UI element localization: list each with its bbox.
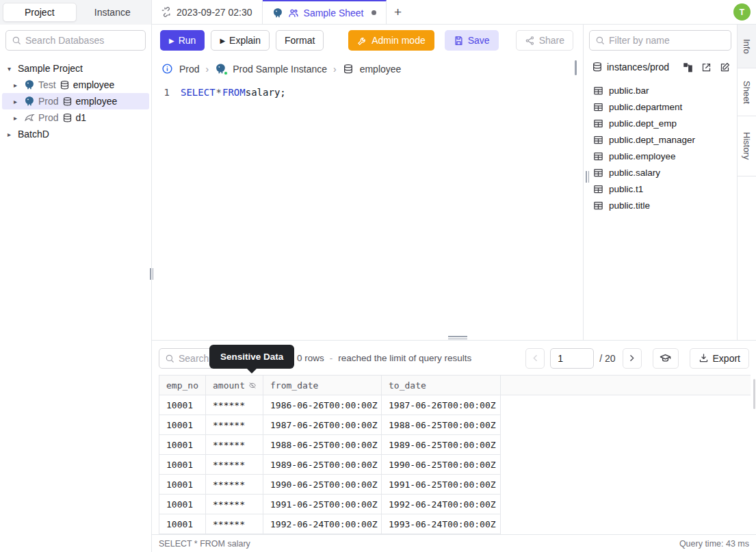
result-cell[interactable]: 10001 bbox=[159, 475, 206, 495]
result-cell[interactable]: ****** bbox=[206, 395, 263, 415]
result-cell[interactable]: ****** bbox=[206, 415, 263, 435]
table-row[interactable]: 10001******1986-06-26T00:00:00Z1987-06-2… bbox=[159, 395, 751, 415]
column-header-masked[interactable]: amount bbox=[206, 376, 263, 395]
tree-item-prod-employee[interactable]: ▸ Prod employee bbox=[2, 93, 149, 109]
result-cell[interactable]: 1988-06-25T00:00:00Z bbox=[382, 415, 501, 435]
result-cell[interactable]: 1992-06-24T00:00:00Z bbox=[382, 495, 501, 514]
table-list-item[interactable]: public.title bbox=[584, 197, 737, 213]
next-page-button[interactable] bbox=[623, 348, 642, 369]
breadcrumb-database[interactable]: employee bbox=[360, 64, 402, 75]
column-header[interactable]: to_date bbox=[382, 376, 501, 395]
result-cell[interactable]: 1988-06-25T00:00:00Z bbox=[263, 435, 382, 455]
result-cell[interactable]: 1990-06-25T00:00:00Z bbox=[263, 475, 382, 495]
table-list-item[interactable]: public.bar bbox=[584, 82, 737, 98]
table-name: public.salary bbox=[609, 168, 660, 178]
table-row[interactable]: 10001******1992-06-24T00:00:00Z1993-06-2… bbox=[159, 514, 751, 534]
sheet-tab-sample-sheet[interactable]: Sample Sheet bbox=[263, 0, 387, 24]
run-button[interactable]: ▶ Run bbox=[160, 30, 205, 51]
tab-project[interactable]: Project bbox=[3, 3, 77, 22]
admin-mode-button[interactable]: Admin mode bbox=[348, 30, 434, 51]
save-button[interactable]: Save bbox=[445, 30, 499, 51]
external-link-icon[interactable] bbox=[701, 62, 712, 73]
filter-by-name-input[interactable] bbox=[609, 35, 725, 46]
result-cell[interactable]: 1991-06-25T00:00:00Z bbox=[382, 475, 501, 495]
column-header[interactable]: from_date bbox=[263, 376, 382, 395]
result-cell[interactable]: ****** bbox=[206, 455, 263, 475]
result-cell[interactable]: 10001 bbox=[159, 495, 206, 514]
tree-item-batchd[interactable]: ▸ BatchD bbox=[2, 126, 149, 142]
tree-item-sample-project[interactable]: ▾ Sample Project bbox=[2, 60, 149, 77]
result-cell[interactable]: 10001 bbox=[159, 455, 206, 475]
result-cell[interactable]: 1987-06-26T00:00:00Z bbox=[263, 415, 382, 435]
sheet-tab-adhoc[interactable]: 2023-09-27 02:30 bbox=[152, 0, 263, 24]
side-tab-info[interactable]: Info bbox=[738, 25, 756, 68]
page-number-input[interactable] bbox=[550, 348, 594, 369]
masking-cap-button[interactable] bbox=[653, 348, 679, 369]
result-cell[interactable]: 1992-06-24T00:00:00Z bbox=[263, 514, 382, 534]
left-splitter-handle[interactable] bbox=[150, 268, 153, 280]
caret-right-icon[interactable]: ▸ bbox=[8, 131, 14, 138]
info-icon[interactable] bbox=[161, 63, 173, 75]
editor-scrollbar[interactable] bbox=[575, 60, 577, 75]
prev-page-button[interactable] bbox=[525, 348, 545, 369]
side-tab-history[interactable]: History bbox=[738, 116, 756, 176]
search-databases-input[interactable] bbox=[25, 35, 140, 46]
edit-icon[interactable] bbox=[720, 62, 730, 73]
breadcrumb-environment[interactable]: Prod bbox=[179, 64, 200, 75]
format-button[interactable]: Format bbox=[276, 30, 324, 51]
schema-diagram-icon[interactable] bbox=[683, 62, 693, 73]
caret-right-icon[interactable]: ▸ bbox=[14, 114, 21, 122]
share-button[interactable]: Share bbox=[516, 30, 573, 51]
result-cell[interactable]: 10001 bbox=[159, 395, 206, 415]
column-header[interactable]: emp_no bbox=[159, 376, 206, 395]
table-row[interactable]: 10001******1988-06-25T00:00:00Z1989-06-2… bbox=[159, 435, 751, 455]
result-cell[interactable]: 1986-06-26T00:00:00Z bbox=[263, 395, 382, 415]
breadcrumb-instance[interactable]: Prod Sample Instance bbox=[233, 64, 327, 75]
user-avatar[interactable]: T bbox=[733, 3, 751, 21]
tree-item-test-employee[interactable]: ▸ Test employee bbox=[2, 77, 149, 93]
result-cell[interactable]: 1990-06-25T00:00:00Z bbox=[382, 455, 501, 475]
caret-right-icon[interactable]: ▸ bbox=[14, 98, 21, 105]
result-cell[interactable]: 10001 bbox=[159, 415, 206, 435]
result-cell[interactable]: 1991-06-25T00:00:00Z bbox=[263, 495, 382, 514]
side-tab-sheet[interactable]: Sheet bbox=[738, 68, 756, 116]
result-cell[interactable]: ****** bbox=[206, 495, 263, 514]
horizontal-splitter-handle[interactable] bbox=[448, 334, 467, 341]
table-list-item[interactable]: public.department bbox=[584, 98, 737, 115]
result-cell[interactable]: 1989-06-25T00:00:00Z bbox=[382, 435, 501, 455]
table-row[interactable]: 10001******1991-06-25T00:00:00Z1992-06-2… bbox=[159, 495, 751, 514]
new-tab-button[interactable]: + bbox=[387, 0, 410, 24]
table-list-item[interactable]: public.dept_manager bbox=[584, 131, 737, 148]
sql-editor[interactable]: 1 SELECT * FROM salary; bbox=[152, 80, 583, 99]
result-cell[interactable]: 1993-06-24T00:00:00Z bbox=[382, 514, 501, 534]
result-cell[interactable]: ****** bbox=[206, 435, 263, 455]
tab-instance[interactable]: Instance bbox=[77, 3, 149, 22]
tree-item-prod-d1[interactable]: ▸ Prod d1 bbox=[2, 109, 149, 126]
caret-down-icon[interactable]: ▾ bbox=[8, 65, 14, 73]
table-row[interactable]: 10001******1989-06-25T00:00:00Z1990-06-2… bbox=[159, 455, 751, 475]
result-cell[interactable]: ****** bbox=[206, 475, 263, 495]
table-list-item[interactable]: public.employee bbox=[584, 148, 737, 164]
table-list-item[interactable]: public.salary bbox=[584, 164, 737, 181]
database-icon bbox=[343, 64, 354, 75]
export-button[interactable]: Export bbox=[690, 348, 749, 369]
table-name: public.employee bbox=[609, 151, 676, 161]
explain-button[interactable]: ▶ Explain bbox=[211, 30, 270, 51]
result-cell[interactable]: 10001 bbox=[159, 514, 206, 534]
result-cell[interactable]: 10001 bbox=[159, 435, 206, 455]
table-list-item[interactable]: public.t1 bbox=[584, 181, 737, 197]
row-filler bbox=[501, 495, 751, 514]
eye-off-icon[interactable] bbox=[249, 381, 256, 390]
table-row[interactable]: 10001******1990-06-25T00:00:00Z1991-06-2… bbox=[159, 475, 751, 495]
caret-right-icon[interactable]: ▸ bbox=[14, 81, 21, 89]
table-list-item[interactable]: public.dept_emp bbox=[584, 115, 737, 131]
results-scrollbar[interactable] bbox=[753, 379, 755, 409]
code-line[interactable]: 1 SELECT * FROM salary; bbox=[152, 86, 583, 99]
result-cell[interactable]: ****** bbox=[206, 514, 263, 534]
table-row[interactable]: 10001******1987-06-26T00:00:00Z1988-06-2… bbox=[159, 415, 751, 435]
right-splitter-handle[interactable] bbox=[586, 171, 589, 183]
sidebar-mode-tabs: Project Instance bbox=[0, 0, 151, 25]
result-cell[interactable]: 1989-06-25T00:00:00Z bbox=[263, 455, 382, 475]
result-grid-header: emp_no amount from_date to_date bbox=[159, 376, 751, 395]
result-cell[interactable]: 1987-06-26T00:00:00Z bbox=[382, 395, 501, 415]
